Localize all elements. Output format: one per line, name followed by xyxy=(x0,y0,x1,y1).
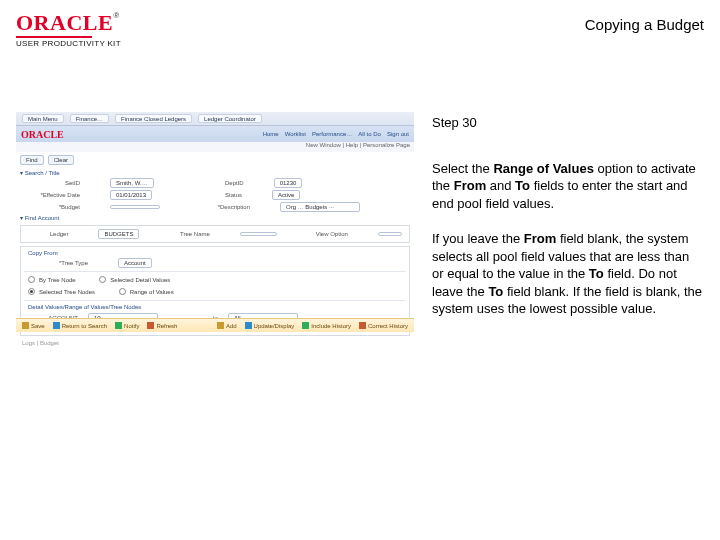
logo-subtitle: USER PRODUCTIVITY KIT xyxy=(16,40,121,48)
logo-text: ORACLE xyxy=(16,10,113,35)
instruction-panel: Step 30 Select the Range of Values optio… xyxy=(432,112,704,348)
registered-mark: ® xyxy=(113,11,119,20)
instruction-para-1: Select the Range of Values option to act… xyxy=(432,160,704,213)
find-account-label: ▾ Find Account xyxy=(16,213,414,222)
breadcrumb-item: Main Menu xyxy=(22,114,64,123)
search-section-label: ▾ Search / Title xyxy=(16,168,414,177)
breadcrumb-item: Finance… xyxy=(70,114,109,123)
radio-selected-nodes: Selected Tree Nodes xyxy=(28,288,95,295)
step-label: Step 30 xyxy=(432,114,704,132)
clear-button: Clear xyxy=(48,155,74,165)
app-screenshot-thumbnail: Main Menu Finance… Finance Closed Ledger… xyxy=(16,112,414,348)
oracle-logo: ORACLE® USER PRODUCTIVITY KIT xyxy=(16,12,121,48)
breadcrumb-tabs: Main Menu Finance… Finance Closed Ledger… xyxy=(16,112,414,126)
logo-underline xyxy=(16,36,92,38)
page-title: Copying a Budget xyxy=(585,16,704,33)
radio-range-of-values: Range of Values xyxy=(119,288,174,295)
radio-by-tree-node: By Tree Node xyxy=(28,276,76,283)
action-bar: Save Return to Search Notify Refresh Add… xyxy=(16,318,414,332)
app-logo: ORACLE xyxy=(21,129,64,140)
breadcrumb-item: Finance Closed Ledgers xyxy=(115,114,192,123)
find-button: Find xyxy=(20,155,44,165)
breadcrumb-item: Ledger Coordinator xyxy=(198,114,262,123)
setid-field: Smith, W.… xyxy=(110,178,154,188)
radio-selected-detail: Selected Detail Values xyxy=(99,276,170,283)
instruction-para-2: If you leave the From field blank, the s… xyxy=(432,230,704,318)
footer-links: Logs | Budget xyxy=(16,340,65,346)
context-links: New Window | Help | Personalize Page xyxy=(306,142,410,152)
header-links: HomeWorklistPerformance…All to DoSign ou… xyxy=(263,131,409,137)
